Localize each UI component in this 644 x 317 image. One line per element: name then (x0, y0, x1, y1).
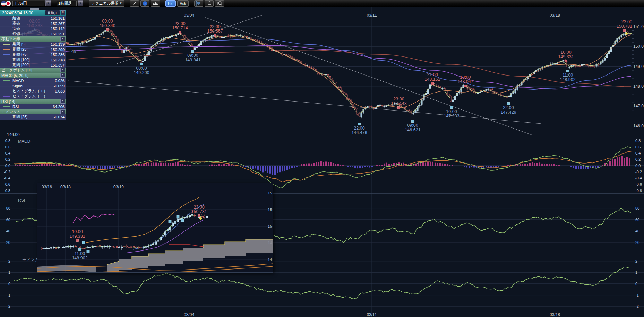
row-value: 150.318 (51, 58, 65, 62)
row-value: 0.033 (55, 89, 65, 93)
row-label: ヒストグラム（＋） (12, 88, 55, 94)
bid-button[interactable]: Bid (165, 0, 176, 7)
row-label: 期間 [75] (12, 52, 51, 57)
row-value: 150.286 (51, 53, 65, 57)
timeframe-label: 1時間足 (58, 1, 72, 6)
svg-text:09:00: 09:00 (187, 53, 198, 58)
panel-section-モメンタム: モメンタム× (0, 109, 66, 114)
legend-swatch (3, 49, 10, 50)
wave-display-button[interactable] (194, 0, 203, 7)
svg-text:-0.6: -0.6 (635, 182, 642, 186)
svg-text:03/18: 03/18 (550, 312, 560, 317)
svg-text:10:00: 10:00 (72, 229, 83, 234)
svg-text:03/18: 03/18 (550, 13, 560, 18)
svg-text:00:00: 00:00 (136, 66, 147, 71)
panel-row: 終値150.251 (0, 31, 66, 36)
panel-row: 期間 [25]150.299 (0, 47, 66, 52)
panel-row: 高値150.267 (0, 21, 66, 26)
legend-swatch (3, 54, 10, 55)
trading-app-window: ドル/円 ▼ 1時間足 ▼ テクニカル選択 ▼ i Bid Ask 151.01… (0, 0, 644, 317)
svg-text:150.840: 150.840 (100, 23, 115, 28)
svg-text:60: 60 (6, 218, 10, 222)
svg-text:150.714: 150.714 (172, 26, 188, 30)
legend-swatch (3, 28, 10, 29)
section-label: ピークボトム [10] (1, 68, 60, 73)
row-label: 安値 (12, 26, 51, 31)
svg-text:22:00: 22:00 (209, 24, 220, 29)
svg-text:MACD: MACD (18, 139, 31, 144)
latest-candle-button[interactable]: 最新足 (45, 10, 60, 15)
svg-text:22:00: 22:00 (354, 126, 364, 131)
svg-text:148.902: 148.902 (560, 77, 575, 82)
svg-text:23:00: 23:00 (174, 21, 185, 26)
svg-text:03/11: 03/11 (367, 13, 377, 18)
svg-text:147.148: 147.148 (391, 101, 406, 106)
legend-swatch (3, 44, 10, 45)
svg-text:-0.4: -0.4 (4, 176, 10, 180)
svg-text:03/18: 03/18 (60, 185, 71, 190)
legend-swatch (3, 91, 10, 91)
panel-row: 安値150.142 (0, 26, 66, 31)
zoom-out-button[interactable] (205, 0, 214, 7)
svg-text:-0.2: -0.2 (635, 170, 642, 174)
svg-text:0.4: 0.4 (635, 151, 641, 155)
mountain-icon (153, 1, 158, 6)
svg-text:10:00: 10:00 (446, 109, 457, 114)
svg-text:15: 15 (268, 224, 272, 228)
section-close-button[interactable]: × (60, 109, 65, 114)
section-close-button[interactable]: × (60, 73, 65, 78)
moving-averages (14, 30, 632, 113)
ask-button[interactable]: Ask (177, 0, 188, 7)
svg-text:18:00: 18:00 (460, 75, 471, 80)
panel-row: ヒストグラム（－） (0, 94, 66, 99)
panel-section-ピークボトム [10]: ピークボトム [10]× (0, 68, 66, 73)
timeframe-select[interactable]: 1時間足 (57, 1, 77, 6)
svg-text:149.0: 149.0 (633, 64, 644, 69)
section-close-button[interactable]: × (60, 68, 65, 72)
jp-flag-icon (6, 1, 11, 6)
panel-section-MACD [5, 20, 9]: MACD [5, 20, 9]× (0, 73, 66, 78)
svg-text:1: 1 (635, 270, 637, 274)
svg-text:-0.8: -0.8 (4, 188, 10, 193)
svg-text:23:00: 23:00 (194, 205, 204, 210)
panel-row: Signal-0.059 (0, 83, 66, 88)
section-close-button[interactable]: × (60, 99, 65, 104)
svg-text:40: 40 (6, 229, 10, 233)
panel-drag-handle[interactable] (26, 8, 45, 10)
svg-text:149.200: 149.200 (134, 70, 149, 75)
svg-text:20: 20 (635, 240, 639, 245)
zoom-inset-window[interactable]: 03/1603/1803/19151515141410:00149.33111:… (37, 183, 273, 273)
legend-swatch (3, 106, 10, 107)
currency-pair-select[interactable]: ドル/円 (12, 1, 44, 6)
currency-pair-dropdown-arrow[interactable]: ▼ (45, 0, 51, 6)
draw-tool-button[interactable] (130, 0, 139, 7)
zoom-in-button[interactable] (215, 0, 224, 7)
svg-text:2: 2 (635, 259, 637, 263)
svg-text:148.0: 148.0 (633, 84, 644, 89)
info-button[interactable]: i (140, 0, 149, 7)
svg-text:80: 80 (6, 206, 10, 210)
svg-text:0: 0 (8, 282, 10, 286)
mountain-chart-button[interactable] (151, 0, 160, 7)
svg-text:147.0: 147.0 (633, 104, 644, 108)
section-label: モメンタム (1, 109, 60, 114)
svg-text:03/19: 03/19 (113, 185, 124, 190)
svg-text:0.8: 0.8 (5, 139, 10, 143)
technical-select-button[interactable]: テクニカル選択 ▼ (89, 0, 124, 7)
timeframe-dropdown-arrow[interactable]: ▼ (78, 0, 83, 6)
svg-text:148.152: 148.152 (424, 77, 440, 82)
section-close-button[interactable]: × (60, 37, 65, 41)
svg-text:80: 80 (635, 206, 639, 210)
legend-swatch (3, 117, 10, 117)
panel-close-button[interactable]: × (61, 10, 65, 15)
row-label: 始値 (12, 16, 51, 21)
svg-text:1: 1 (8, 270, 10, 274)
bid-label: Bid (168, 1, 173, 6)
technical-select-label: テクニカル選択 (91, 1, 118, 6)
row-value: 34.206 (53, 105, 65, 109)
zoom-out-icon (206, 1, 212, 6)
row-value: 150.251 (51, 32, 65, 36)
row-label: RSI (12, 105, 53, 109)
panel-row: ヒストグラム（＋）0.033 (0, 88, 66, 94)
panel-section-RSI [14]: RSI [14]× (0, 99, 66, 104)
